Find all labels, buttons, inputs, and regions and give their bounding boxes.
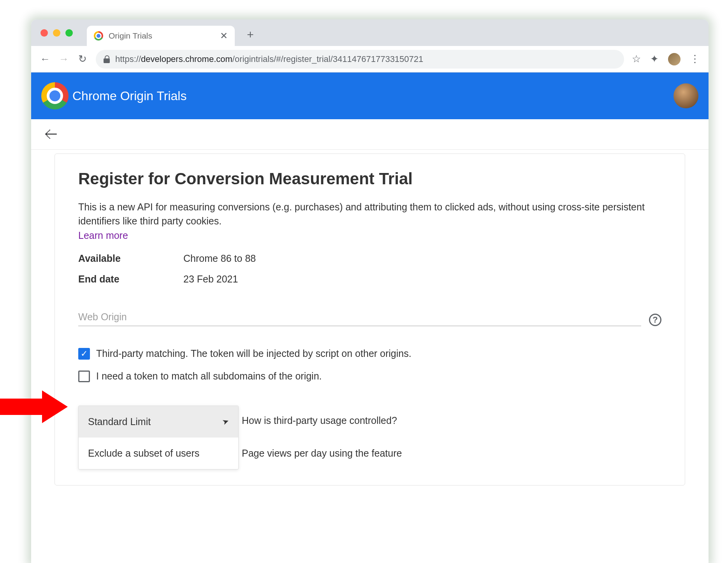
browser-toolbar: ← → ↻ https://developers.chrome.com/orig… (31, 46, 709, 72)
address-bar[interactable]: https://developers.chrome.com/origintria… (96, 50, 624, 69)
page-description: This is a new API for measuring conversi… (78, 200, 661, 228)
help-icon[interactable]: ? (649, 314, 661, 326)
registration-card: Register for Conversion Measurement Tria… (55, 154, 685, 485)
dropdown-item-label: Standard Limit (88, 416, 151, 427)
available-value: Chrome 86 to 88 (183, 253, 256, 264)
page-title: Register for Conversion Measurement Tria… (78, 169, 661, 188)
tab-strip: Origin Trials ✕ + (31, 19, 709, 46)
maximize-window-button[interactable] (65, 29, 73, 37)
dropdown-item-standard-limit[interactable]: Standard Limit ➤ (79, 406, 238, 438)
end-date-label: End date (78, 274, 183, 285)
browser-window: Origin Trials ✕ + ← → ↻ https://develope… (31, 19, 709, 563)
url-path: /origintrials/#/register_trial/341147671… (232, 54, 423, 64)
question-page-views: Page views per day using the feature (242, 448, 402, 459)
reload-button[interactable]: ↻ (77, 53, 88, 65)
bookmark-star-icon[interactable]: ☆ (632, 53, 641, 65)
url-host: developers.chrome.com (141, 54, 232, 64)
menu-kebab-icon[interactable]: ⋮ (690, 53, 700, 65)
new-tab-button[interactable]: + (243, 27, 258, 42)
third-party-label: Third-party matching. The token will be … (96, 348, 411, 359)
url-scheme: https:// (115, 54, 141, 64)
subdomains-label: I need a token to match all subdomains o… (96, 371, 322, 382)
subheader: 🡠 (31, 119, 709, 150)
dropdown-item-label: Exclude a subset of users (88, 448, 199, 459)
page-back-button[interactable]: 🡠 (44, 127, 58, 142)
profile-avatar-large[interactable] (673, 83, 698, 108)
minimize-window-button[interactable] (53, 29, 60, 37)
url-text: https://developers.chrome.com/origintria… (115, 54, 423, 64)
web-origin-input[interactable] (78, 308, 641, 326)
lock-icon (104, 55, 110, 63)
extensions-puzzle-icon[interactable]: ✦ (650, 53, 659, 65)
back-button[interactable]: ← (40, 53, 51, 65)
chrome-favicon-icon (94, 31, 103, 41)
learn-more-link[interactable]: Learn more (78, 230, 128, 241)
annotation-arrow (0, 390, 70, 423)
limit-dropdown[interactable]: Standard Limit ➤ Exclude a subset of use… (78, 406, 239, 469)
cursor-icon: ➤ (221, 416, 230, 427)
tab-origin-trials[interactable]: Origin Trials ✕ (87, 26, 235, 46)
third-party-checkbox[interactable]: ✓ (78, 348, 90, 360)
close-window-button[interactable] (40, 29, 48, 37)
subdomains-checkbox[interactable] (78, 371, 90, 382)
dropdown-item-exclude-subset[interactable]: Exclude a subset of users (79, 438, 238, 469)
app-title: Chrome Origin Trials (72, 89, 186, 103)
end-date-value: 23 Feb 2021 (183, 274, 238, 285)
available-label: Available (78, 253, 183, 264)
close-tab-button[interactable]: ✕ (220, 30, 228, 41)
question-third-party-usage: How is third-party usage controlled? (242, 415, 397, 426)
tab-title: Origin Trials (109, 31, 215, 41)
window-controls (40, 29, 73, 37)
chrome-logo-icon (41, 82, 69, 109)
checkmark-icon: ✓ (81, 349, 88, 358)
profile-avatar-small[interactable] (668, 53, 681, 65)
forward-button[interactable]: → (58, 53, 69, 65)
app-banner: Chrome Origin Trials (31, 72, 709, 119)
